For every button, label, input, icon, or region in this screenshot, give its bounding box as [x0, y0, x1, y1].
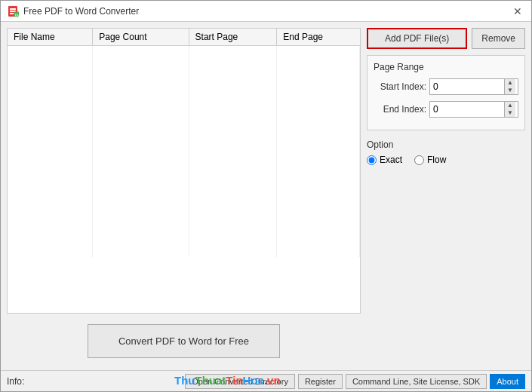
svg-text:W: W [15, 12, 20, 17]
file-table-container: File Name Page Count Start Page End Page [7, 28, 361, 314]
remove-button[interactable]: Remove [472, 28, 525, 49]
radio-exact-input[interactable] [367, 155, 377, 165]
page-range-group: Page Range Start Index: ▲ ▼ End Index: [367, 55, 525, 130]
convert-btn-area: Convert PDF to Word for Free [7, 318, 361, 364]
option-label: Option [367, 139, 525, 150]
main-window: W Free PDF to Word Converter ✕ File Name… [0, 0, 532, 392]
app-icon: W [7, 5, 19, 17]
radio-flow-input[interactable] [414, 155, 424, 165]
end-index-input[interactable] [430, 103, 504, 116]
end-index-spin-buttons: ▲ ▼ [504, 102, 515, 117]
status-bar: Info: ThuThuatTinHoc.vn Open Converted D… [1, 370, 531, 391]
close-button[interactable]: ✕ [510, 6, 525, 17]
radio-flow-label: Flow [427, 155, 446, 165]
col-filename: File Name [8, 29, 93, 46]
file-table: File Name Page Count Start Page End Page [8, 29, 360, 257]
start-index-spinner: ▲ ▼ [429, 78, 518, 95]
radio-flow[interactable]: Flow [414, 155, 446, 165]
radio-row: Exact Flow [367, 155, 525, 165]
start-index-row: Start Index: ▲ ▼ [374, 78, 518, 95]
add-pdf-button[interactable]: Add PDF File(s) [367, 28, 467, 49]
end-index-spinner: ▲ ▼ [429, 101, 518, 118]
title-text: Free PDF to Word Converter [23, 6, 139, 17]
title-bar: W Free PDF to Word Converter ✕ [1, 1, 531, 22]
status-buttons: Open Converted Directory Register Comman… [185, 374, 525, 389]
col-pagecount: Page Count [93, 29, 189, 46]
col-startpage: Start Page [189, 29, 277, 46]
start-index-up[interactable]: ▲ [505, 79, 515, 87]
end-index-down[interactable]: ▼ [505, 109, 515, 117]
end-index-label: End Index: [374, 104, 426, 115]
svg-rect-3 [10, 13, 14, 14]
right-buttons: Add PDF File(s) Remove [367, 28, 525, 49]
start-index-spin-buttons: ▲ ▼ [504, 79, 515, 94]
main-content: File Name Page Count Start Page End Page [1, 22, 531, 370]
page-range-label: Page Range [374, 62, 518, 72]
end-index-row: End Index: ▲ ▼ [374, 101, 518, 118]
convert-button[interactable]: Convert PDF to Word for Free [88, 324, 280, 358]
start-index-input[interactable] [430, 80, 504, 93]
about-button[interactable]: About [490, 374, 525, 389]
svg-rect-1 [10, 8, 16, 10]
right-panel: Add PDF File(s) Remove Page Range Start … [367, 28, 525, 364]
col-endpage: End Page [277, 29, 360, 46]
left-panel: File Name Page Count Start Page End Page [7, 28, 361, 364]
radio-exact-label: Exact [380, 155, 402, 165]
end-index-up[interactable]: ▲ [505, 102, 515, 109]
start-index-down[interactable]: ▼ [505, 87, 515, 94]
status-info: Info: [7, 376, 24, 387]
option-group: Option Exact Flow [367, 136, 525, 168]
start-index-label: Start Index: [374, 81, 426, 92]
command-line-button[interactable]: Command Line, Site License, SDK [346, 374, 487, 389]
title-left: W Free PDF to Word Converter [7, 5, 139, 17]
open-converted-dir-button[interactable]: Open Converted Directory [185, 374, 295, 389]
radio-exact[interactable]: Exact [367, 155, 402, 165]
register-button[interactable]: Register [298, 374, 343, 389]
